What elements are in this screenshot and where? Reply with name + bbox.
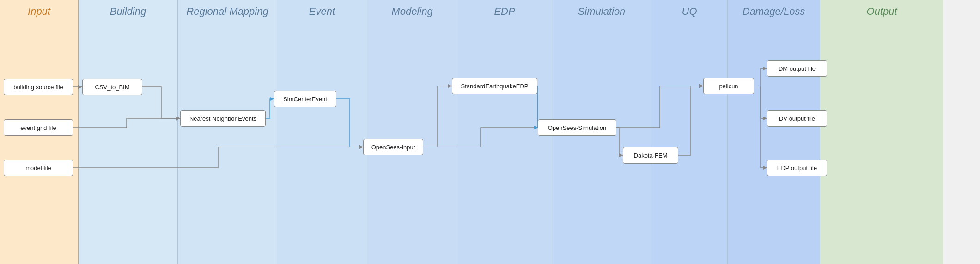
column-damage-header: Damage/Loss (728, 0, 820, 21)
column-building: Building (79, 0, 178, 264)
column-regional: Regional Mapping (178, 0, 277, 264)
column-regional-header: Regional Mapping (178, 0, 277, 21)
column-edp-header: EDP (457, 0, 552, 21)
column-input-header: Input (0, 0, 78, 21)
diagram-container: Input Building Regional Mapping Event Mo… (0, 0, 980, 264)
column-damage: Damage/Loss (728, 0, 820, 264)
column-modeling-header: Modeling (367, 0, 457, 21)
column-edp: EDP (457, 0, 552, 264)
column-simulation-header: Simulation (552, 0, 651, 21)
column-uq-header: UQ (651, 0, 727, 21)
column-event-header: Event (277, 0, 367, 21)
column-output-header: Output (820, 0, 943, 21)
column-output: Output (820, 0, 943, 264)
column-uq: UQ (651, 0, 728, 264)
column-modeling: Modeling (367, 0, 457, 264)
column-event: Event (277, 0, 367, 264)
column-input: Input (0, 0, 79, 264)
column-building-header: Building (79, 0, 177, 21)
column-simulation: Simulation (552, 0, 651, 264)
